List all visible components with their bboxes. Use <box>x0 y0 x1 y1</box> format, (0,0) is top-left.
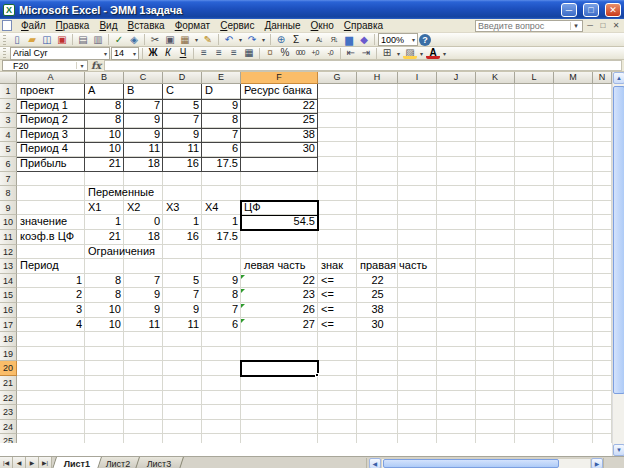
cell-G13[interactable]: знак <box>318 259 357 274</box>
row-header-16[interactable]: 16 <box>0 303 17 318</box>
cell-A11[interactable]: коэф.в ЦФ <box>17 230 85 245</box>
cell-A10[interactable]: значение <box>17 215 85 230</box>
cell-E9[interactable]: X4 <box>202 201 241 216</box>
fill-color-icon-dropdown-icon[interactable]: ▾ <box>418 50 425 57</box>
decrease-indent-icon[interactable]: ⇤ <box>344 47 358 59</box>
row-header-24[interactable]: 24 <box>0 420 17 435</box>
sort-descending-icon[interactable]: Я↓ <box>327 34 341 46</box>
maximize-button[interactable]: □ <box>583 3 599 17</box>
menu-item-7[interactable]: Окно <box>306 19 339 32</box>
menu-item-3[interactable]: Вставка <box>122 19 169 32</box>
cell-E11[interactable]: 17.5 <box>202 230 241 245</box>
menu-item-2[interactable]: Вид <box>94 19 122 32</box>
increase-decimal-icon[interactable]: +,0 <box>308 47 322 59</box>
row-header-6[interactable]: 6 <box>0 157 17 172</box>
cell-A5[interactable]: Период 4 <box>17 142 85 157</box>
formula-input[interactable] <box>104 60 622 71</box>
column-header-N[interactable]: N <box>593 72 612 84</box>
cell-D4[interactable]: 9 <box>163 128 202 143</box>
cell-D15[interactable]: 7 <box>163 288 202 303</box>
cell-F13[interactable]: левая часть <box>241 259 318 274</box>
zoom-select[interactable]: 100%▾ <box>378 33 418 46</box>
cell-C15[interactable]: 9 <box>124 288 163 303</box>
column-header-I[interactable]: I <box>398 72 437 84</box>
cell-G16[interactable]: <= <box>318 303 357 318</box>
cell-F15[interactable]: 23 <box>241 288 318 303</box>
cell-A16[interactable]: 3 <box>17 303 85 318</box>
row-header-22[interactable]: 22 <box>0 391 17 406</box>
question-input[interactable] <box>476 21 570 31</box>
sheet-tab-лист3[interactable]: Лист3 <box>135 457 183 468</box>
cell-E3[interactable]: 8 <box>202 113 241 128</box>
font-color-icon[interactable]: А <box>426 47 440 59</box>
font-color-icon-dropdown-icon[interactable]: ▾ <box>441 50 448 57</box>
row-header-20[interactable]: 20 <box>0 361 17 376</box>
vertical-scroll-thumb[interactable] <box>613 86 624 394</box>
cell-E10[interactable]: 1 <box>202 215 241 230</box>
row-header-18[interactable]: 18 <box>0 332 17 347</box>
fill-handle[interactable] <box>315 373 319 377</box>
cell-A14[interactable]: 1 <box>17 274 85 289</box>
align-center-icon[interactable]: ≡ <box>212 47 226 59</box>
row-header-17[interactable]: 17 <box>0 318 17 333</box>
save-icon[interactable]: ◫ <box>40 34 54 46</box>
row-header-1[interactable]: 1 <box>0 84 17 99</box>
last-sheet-button[interactable]: ▶| <box>39 457 52 468</box>
cell-F4[interactable]: 38 <box>241 128 318 143</box>
cut-icon[interactable]: ✂ <box>148 34 162 46</box>
cell-C17[interactable]: 11 <box>124 318 163 333</box>
cell-B15[interactable]: 8 <box>85 288 124 303</box>
cell-A2[interactable]: Период 1 <box>17 99 85 114</box>
font-size-select[interactable]: 14▾ <box>111 47 139 60</box>
column-header-M[interactable]: M <box>554 72 593 84</box>
next-sheet-button[interactable]: ▶ <box>26 457 39 468</box>
cell-D3[interactable]: 7 <box>163 113 202 128</box>
cell-B5[interactable]: 10 <box>85 142 124 157</box>
cell-E1[interactable]: D <box>202 84 241 99</box>
name-box[interactable]: F20 ▾ <box>2 60 88 71</box>
row-header-4[interactable]: 4 <box>0 128 17 143</box>
cell-F1[interactable]: Ресурс банка <box>241 84 318 99</box>
column-header-F[interactable]: F <box>241 72 318 84</box>
currency-style-icon[interactable]: ¤ <box>263 47 277 59</box>
cell-F10[interactable]: 54.5 <box>241 215 318 230</box>
column-header-J[interactable]: J <box>437 72 476 84</box>
cell-D16[interactable]: 9 <box>163 303 202 318</box>
drawing-toolbar-icon[interactable]: ◆ <box>357 34 371 46</box>
row-header-13[interactable]: 13 <box>0 259 17 274</box>
cell-A3[interactable]: Период 2 <box>17 113 85 128</box>
menu-item-4[interactable]: Формат <box>170 19 216 32</box>
cell-D5[interactable]: 11 <box>163 142 202 157</box>
autosum-icon-dropdown-icon[interactable]: ▾ <box>304 36 311 43</box>
cell-C1[interactable]: B <box>124 84 163 99</box>
cell-B2[interactable]: 8 <box>85 99 124 114</box>
cell-B9[interactable]: X1 <box>85 201 124 216</box>
cell-F2[interactable]: 22 <box>241 99 318 114</box>
first-sheet-button[interactable]: |◀ <box>0 457 13 468</box>
row-header-12[interactable]: 12 <box>0 245 17 260</box>
cell-D10[interactable]: 1 <box>163 215 202 230</box>
help-icon[interactable]: ? <box>419 34 431 46</box>
menu-item-5[interactable]: Сервис <box>215 19 259 32</box>
chart-wizard-icon[interactable]: ▆ <box>342 34 356 46</box>
cell-A17[interactable]: 4 <box>17 318 85 333</box>
select-all-corner[interactable] <box>0 72 17 84</box>
cell-B17[interactable]: 10 <box>85 318 124 333</box>
italic-icon[interactable]: К <box>161 47 175 59</box>
cell-E17[interactable]: 6 <box>202 318 241 333</box>
row-header-25[interactable]: 25 <box>0 434 17 443</box>
cell-H17[interactable]: 30 <box>357 318 398 333</box>
paste-icon[interactable]: ▦ <box>178 34 192 46</box>
row-header-5[interactable]: 5 <box>0 142 17 157</box>
menu-item-6[interactable]: Данные <box>259 19 305 32</box>
cell-A15[interactable]: 2 <box>17 288 85 303</box>
cell-D14[interactable]: 5 <box>163 274 202 289</box>
new-document-icon[interactable]: ▯ <box>10 34 24 46</box>
row-header-14[interactable]: 14 <box>0 274 17 289</box>
cell-C5[interactable]: 11 <box>124 142 163 157</box>
cell-C9[interactable]: X2 <box>124 201 163 216</box>
column-header-E[interactable]: E <box>202 72 241 84</box>
scroll-up-icon[interactable]: ▲ <box>613 72 624 84</box>
workbook-icon[interactable] <box>2 20 12 31</box>
row-header-8[interactable]: 8 <box>0 186 17 201</box>
